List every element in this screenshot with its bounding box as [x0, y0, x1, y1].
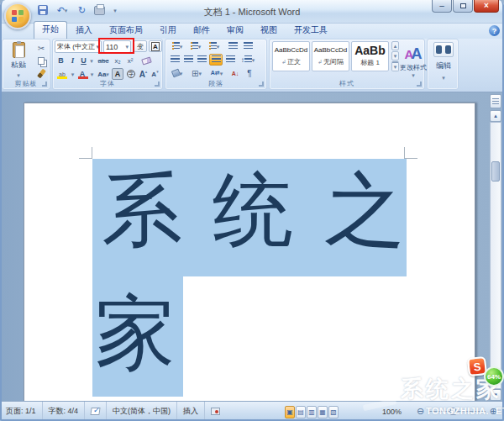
- zoom-slider-track[interactable]: [428, 411, 486, 412]
- subscript-button[interactable]: x₂: [112, 55, 123, 66]
- status-word-count[interactable]: 字数: 4/4: [43, 402, 86, 421]
- ruler-icon: [492, 98, 499, 104]
- scroll-down-button[interactable]: ▾: [490, 389, 501, 401]
- distribute-button[interactable]: [224, 54, 237, 66]
- status-macro[interactable]: [205, 402, 226, 421]
- character-border-button[interactable]: A: [149, 40, 162, 52]
- paragraph-dialog-launcher[interactable]: [259, 82, 264, 87]
- change-styles-button[interactable]: AA 更改样式 ▾: [402, 40, 425, 82]
- zoom-out-button[interactable]: ⊖: [417, 406, 424, 417]
- line-spacing-button[interactable]: ↕▾: [239, 54, 256, 66]
- enclose-character-button[interactable]: 字: [125, 68, 137, 80]
- tab-mailings[interactable]: 邮件: [185, 22, 218, 39]
- document-page[interactable]: 系 统 之 家: [24, 103, 475, 401]
- doc-char-2[interactable]: 统: [213, 171, 293, 251]
- close-button[interactable]: ×: [474, 0, 499, 13]
- change-case-button[interactable]: Aa▾: [97, 68, 110, 80]
- phonetic-guide-button[interactable]: 变: [134, 40, 147, 52]
- font-color-button[interactable]: A: [76, 68, 88, 80]
- sort-button[interactable]: A↓: [228, 67, 242, 79]
- tab-review[interactable]: 审阅: [218, 22, 252, 39]
- style-heading1[interactable]: AaBb 标题 1: [351, 41, 389, 71]
- clear-formatting-button[interactable]: [138, 55, 155, 66]
- styles-scroll-down[interactable]: ▾: [391, 51, 399, 61]
- restore-button[interactable]: [453, 0, 473, 13]
- paste-dropdown-icon[interactable]: ▾: [17, 72, 20, 78]
- editing-menu-button[interactable]: 编辑: [429, 60, 458, 71]
- zoom-level[interactable]: 100%: [382, 408, 402, 416]
- asian-layout-icon: A⇄: [211, 70, 220, 76]
- minimize-button[interactable]: –: [432, 0, 452, 13]
- text-highlight-dropdown[interactable]: ▾: [70, 68, 76, 80]
- group-paragraph: ▾ ▾ ▾ ↕▾ ▾ ⊞▾ A⇄▾ A↓ ¶ 段落: [165, 39, 267, 90]
- style-normal[interactable]: AaBbCcDd ↲正文: [272, 41, 310, 71]
- status-insert-mode[interactable]: 插入: [177, 402, 205, 421]
- view-print-layout-button[interactable]: ▣: [285, 406, 295, 418]
- tab-references[interactable]: 引用: [151, 22, 185, 39]
- underline-dropdown[interactable]: ▾: [88, 55, 95, 66]
- find-button[interactable]: [433, 42, 454, 57]
- scrollbar-thumb[interactable]: [491, 161, 500, 182]
- office-button[interactable]: [4, 3, 31, 29]
- font-name-combo[interactable]: 宋体 (中文正 ▾: [55, 40, 102, 53]
- view-fullscreen-button[interactable]: ▤: [296, 406, 306, 418]
- text-highlight-button[interactable]: ab: [55, 68, 69, 80]
- zoom-slider-thumb[interactable]: [450, 408, 456, 415]
- tab-insert[interactable]: 插入: [67, 22, 101, 39]
- view-web-layout-button[interactable]: ▥: [307, 406, 317, 418]
- asian-layout-button[interactable]: A⇄▾: [207, 67, 226, 79]
- shrink-font-button[interactable]: A▾: [150, 68, 160, 80]
- status-page[interactable]: 页面: 1/1: [0, 402, 43, 421]
- doc-char-4[interactable]: 家: [95, 293, 176, 374]
- strikethrough-button[interactable]: abc: [96, 55, 111, 66]
- scroll-up-button[interactable]: ▴: [490, 110, 501, 122]
- font-color-dropdown[interactable]: ▾: [89, 68, 95, 80]
- tab-home[interactable]: 开始: [34, 21, 67, 39]
- numbering-button[interactable]: ▾: [187, 40, 204, 52]
- editing-dropdown[interactable]: ▾: [438, 71, 449, 83]
- superscript-button[interactable]: x²: [124, 55, 136, 66]
- status-spellcheck[interactable]: ✓: [85, 402, 107, 421]
- styles-scroll-up[interactable]: ▴: [391, 41, 399, 50]
- bullets-button[interactable]: ▾: [169, 40, 186, 52]
- bold-button[interactable]: B: [55, 55, 66, 66]
- show-hide-marks-button[interactable]: ¶: [244, 67, 255, 79]
- vertical-scrollbar: ▴ ▾: [490, 94, 502, 401]
- font-size-combo[interactable]: 110 ▾: [103, 40, 131, 53]
- italic-button[interactable]: I: [67, 55, 78, 66]
- styles-dialog-launcher[interactable]: [417, 82, 422, 87]
- justify-button-active[interactable]: [209, 54, 223, 66]
- strikethrough-icon: abc: [98, 57, 109, 65]
- styles-gallery-more[interactable]: ▾: [391, 61, 399, 71]
- view-draft-button[interactable]: ▧: [328, 406, 339, 418]
- phonetic-guide-icon: 变: [137, 42, 144, 51]
- doc-char-3[interactable]: 之: [324, 171, 405, 251]
- align-left-button[interactable]: [169, 54, 181, 66]
- increase-indent-button[interactable]: [241, 40, 255, 52]
- clipboard-dialog-launcher[interactable]: [42, 82, 47, 87]
- copy-button[interactable]: [34, 55, 48, 66]
- doc-char-1[interactable]: 系: [102, 171, 182, 251]
- decrease-indent-button[interactable]: [226, 40, 239, 52]
- help-button[interactable]: ?: [489, 25, 500, 36]
- grow-font-button[interactable]: A▴: [138, 68, 149, 80]
- ruler-toggle-button[interactable]: [490, 94, 501, 108]
- font-dialog-launcher[interactable]: [155, 82, 160, 87]
- align-right-button[interactable]: [196, 54, 208, 66]
- cut-button[interactable]: ✂: [34, 42, 48, 54]
- view-outline-button[interactable]: ▦: [318, 406, 328, 418]
- style-no-spacing[interactable]: AaBbCcDd ↲无间隔: [312, 41, 349, 71]
- tab-page-layout[interactable]: 页面布局: [101, 22, 151, 39]
- borders-button[interactable]: ⊞▾: [188, 67, 205, 79]
- character-shading-button[interactable]: A: [112, 68, 123, 80]
- tab-view[interactable]: 视图: [252, 22, 286, 39]
- format-painter-button[interactable]: [34, 67, 48, 79]
- spellcheck-icon: ✓: [90, 408, 100, 415]
- align-center-button[interactable]: [182, 54, 195, 66]
- paste-button[interactable]: 粘贴 ▾: [6, 41, 31, 78]
- shading-button[interactable]: ▾: [169, 67, 186, 79]
- zoom-in-button[interactable]: ⊕: [490, 406, 497, 417]
- status-language[interactable]: 中文(简体，中国): [107, 402, 177, 421]
- multilevel-list-button[interactable]: ▾: [206, 40, 223, 52]
- tab-developer[interactable]: 开发工具: [286, 22, 336, 39]
